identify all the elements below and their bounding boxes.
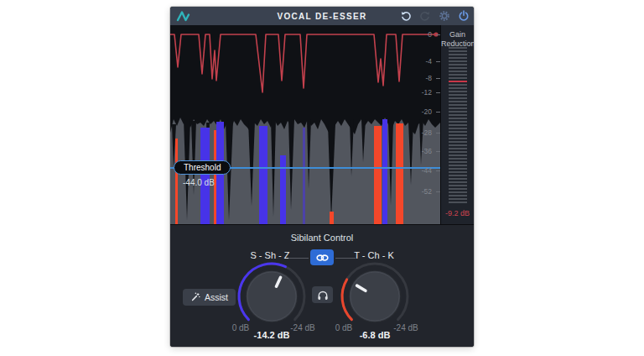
meter-segment — [449, 171, 467, 173]
gain-reduction-trace — [170, 34, 435, 92]
meter-segment — [449, 71, 467, 72]
sibilant-bar-blue — [200, 128, 210, 224]
meter-ladder — [449, 47, 467, 205]
titlebar: VOCAL DE-ESSER — [170, 7, 474, 25]
db-tick-label: -8 — [425, 74, 432, 82]
sibilance-monitor-button[interactable] — [312, 286, 333, 303]
meter-segment — [449, 101, 467, 102]
meter-segment — [449, 54, 467, 55]
meter-segment — [449, 191, 467, 193]
knob2-max-label: -24 dB — [393, 323, 418, 332]
meter-segment — [449, 144, 467, 146]
redo-icon[interactable] — [418, 10, 431, 23]
meter-segment — [449, 165, 467, 166]
meter-segment — [449, 94, 467, 96]
link-bands-button[interactable] — [310, 249, 334, 265]
db-tick-mark — [436, 78, 440, 79]
meter-segment — [449, 168, 467, 170]
meter-segment — [449, 124, 467, 126]
meter-segment — [449, 202, 467, 203]
db-tick-mark — [436, 61, 440, 62]
settings-gear-icon[interactable] — [438, 10, 450, 23]
meter-segment — [449, 91, 467, 92]
db-tick-label: 0 — [428, 30, 432, 39]
db-tick-mark — [436, 151, 440, 152]
titlebar-actions — [399, 7, 470, 25]
meter-segment — [449, 158, 467, 160]
meter-segment — [449, 148, 467, 149]
meter-segment — [449, 178, 467, 180]
assist-button[interactable]: Assist — [183, 289, 236, 306]
meter-segment — [449, 128, 467, 129]
chain-link-icon — [315, 254, 330, 262]
meter-segment — [449, 131, 467, 133]
meter-segment — [449, 188, 467, 190]
meter-segment — [449, 154, 467, 156]
meter-readout: -9.2 dB — [441, 209, 474, 217]
db-tick-mark — [436, 112, 440, 113]
meter-title-line1: Gain — [441, 30, 474, 39]
meter-segment — [449, 67, 467, 69]
knob2-min-label: 0 dB — [335, 323, 353, 332]
vocal-deesser-plugin-window: VOCAL DE-ESSER — [170, 7, 474, 347]
waveform-display: 0-4-8-12-20-28-36-44-52 Threshold -44.0 … — [170, 25, 440, 224]
meter-segment — [449, 57, 467, 59]
analysis-display: 0-4-8-12-20-28-36-44-52 Threshold -44.0 … — [170, 25, 474, 224]
sibilant-bar-red — [330, 212, 334, 224]
section-title: Sibilant Control — [170, 233, 474, 243]
db-tick-label: -12 — [422, 88, 432, 97]
knob1-min-label: 0 dB — [232, 323, 250, 332]
meter-segment — [449, 77, 467, 79]
undo-icon[interactable] — [399, 10, 412, 23]
db-tick-mark — [436, 92, 440, 93]
meter-segment — [449, 161, 467, 163]
power-icon[interactable] — [457, 10, 470, 23]
db-tick-mark — [436, 191, 440, 192]
meter-segment — [449, 84, 467, 86]
sibilant-bar-blue — [280, 155, 286, 224]
meter-segment — [449, 111, 467, 113]
sibilant-bar-blue — [259, 126, 267, 224]
meter-segment — [449, 97, 467, 99]
threshold-handle[interactable]: Threshold — [174, 160, 231, 175]
sibilant-bar-red — [374, 126, 382, 224]
knob1-value: -14.2 dB — [254, 330, 290, 340]
db-tick-mark — [436, 133, 440, 134]
meter-segment — [449, 141, 467, 143]
meter-segment — [449, 114, 467, 116]
meter-segment — [449, 121, 467, 123]
meter-segment — [449, 118, 467, 119]
meter-segment — [449, 151, 467, 153]
sibilant-bar-red — [175, 139, 178, 224]
assist-label: Assist — [205, 292, 228, 302]
meter-segment — [449, 47, 467, 49]
sibilant-bar-blue — [382, 119, 387, 224]
meter-segment — [449, 74, 467, 76]
meter-segment — [449, 195, 467, 196]
gain-reduction-meter: Gain Reduction -9.2 dB — [440, 25, 474, 224]
db-tick-label: -44 — [422, 166, 432, 175]
magic-wand-icon — [190, 292, 200, 302]
db-tick-label: -36 — [422, 147, 432, 155]
db-tick-mark — [436, 34, 440, 35]
control-panel: Sibilant Control S - Sh - Z T - Ch - K A… — [170, 224, 474, 347]
meter-segment — [449, 60, 467, 62]
headphones-icon — [317, 290, 329, 301]
meter-segment — [449, 185, 467, 186]
threshold-label: Threshold — [184, 163, 221, 172]
sibilant-bar-red — [396, 123, 403, 224]
db-tick-label: -28 — [422, 128, 432, 137]
meter-segment — [449, 107, 467, 109]
db-tick-label: -52 — [422, 187, 432, 196]
meter-segment — [449, 104, 467, 106]
knob1-max-label: -24 dB — [290, 323, 314, 332]
meter-segment — [449, 198, 467, 200]
threshold-value: -44.0 dB — [183, 178, 215, 187]
db-tick-label: -20 — [422, 107, 432, 116]
db-tick-label: -4 — [425, 57, 432, 65]
sibilant-bar-blue — [303, 128, 305, 224]
meter-active-segment — [449, 81, 467, 82]
meter-segment — [449, 50, 467, 52]
db-tick-mark — [436, 170, 440, 171]
meter-segment — [449, 181, 467, 183]
